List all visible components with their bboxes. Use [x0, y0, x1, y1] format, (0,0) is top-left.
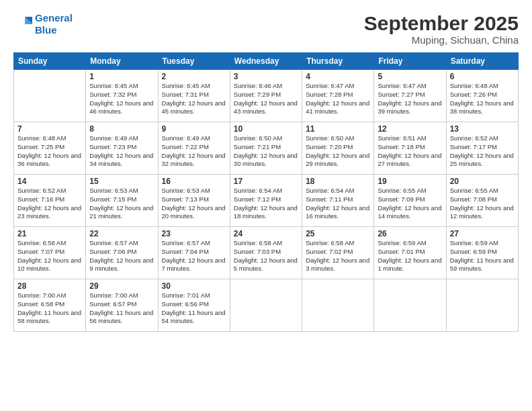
day-info: Sunrise: 6:57 AMSunset: 7:06 PMDaylight:… — [89, 239, 154, 273]
calendar-cell: 30Sunrise: 7:01 AMSunset: 6:56 PMDayligh… — [158, 279, 230, 332]
calendar-cell: 4Sunrise: 6:47 AMSunset: 7:28 PMDaylight… — [302, 70, 374, 122]
calendar-cell: 6Sunrise: 6:48 AMSunset: 7:26 PMDaylight… — [446, 70, 518, 122]
calendar-table: SundayMondayTuesdayWednesdayThursdayFrid… — [13, 52, 519, 332]
header-thursday: Thursday — [302, 53, 374, 70]
calendar-cell: 5Sunrise: 6:47 AMSunset: 7:27 PMDaylight… — [374, 70, 446, 122]
calendar-cell: 14Sunrise: 6:52 AMSunset: 7:16 PMDayligh… — [14, 175, 86, 227]
day-number: 16 — [162, 177, 226, 186]
day-info: Sunrise: 6:48 AMSunset: 7:25 PMDaylight:… — [17, 134, 82, 169]
day-number: 30 — [162, 281, 226, 291]
calendar-cell: 27Sunrise: 6:59 AMSunset: 6:59 PMDayligh… — [446, 227, 518, 279]
day-info: Sunrise: 6:54 AMSunset: 7:11 PMDaylight:… — [306, 187, 370, 221]
calendar-cell — [446, 279, 518, 332]
day-info: Sunrise: 6:59 AMSunset: 7:01 PMDaylight:… — [378, 239, 442, 273]
calendar-cell: 24Sunrise: 6:58 AMSunset: 7:03 PMDayligh… — [230, 227, 302, 279]
day-info: Sunrise: 6:54 AMSunset: 7:12 PMDaylight:… — [234, 187, 298, 221]
calendar-cell: 23Sunrise: 6:57 AMSunset: 7:04 PMDayligh… — [158, 227, 230, 279]
day-number: 6 — [450, 72, 515, 81]
calendar-cell — [374, 279, 446, 332]
calendar-cell: 26Sunrise: 6:59 AMSunset: 7:01 PMDayligh… — [374, 227, 446, 279]
day-info: Sunrise: 6:48 AMSunset: 7:26 PMDaylight:… — [450, 82, 515, 116]
calendar-cell — [230, 279, 302, 332]
calendar-cell: 2Sunrise: 6:45 AMSunset: 7:31 PMDaylight… — [158, 70, 230, 122]
logo: General Blue — [13, 12, 73, 36]
day-info: Sunrise: 6:59 AMSunset: 6:59 PMDaylight:… — [450, 239, 515, 273]
week-row-4: 21Sunrise: 6:56 AMSunset: 7:07 PMDayligh… — [14, 227, 519, 279]
day-info: Sunrise: 6:50 AMSunset: 7:20 PMDaylight:… — [306, 134, 370, 169]
day-info: Sunrise: 6:51 AMSunset: 7:18 PMDaylight:… — [378, 134, 442, 169]
page: General Blue September 2025 Muping, Sich… — [0, 0, 532, 411]
calendar-header-row: SundayMondayTuesdayWednesdayThursdayFrid… — [14, 53, 519, 70]
day-number: 20 — [450, 177, 515, 186]
calendar-cell: 7Sunrise: 6:48 AMSunset: 7:25 PMDaylight… — [14, 122, 86, 175]
day-info: Sunrise: 6:52 AMSunset: 7:16 PMDaylight:… — [17, 187, 82, 221]
day-info: Sunrise: 6:47 AMSunset: 7:28 PMDaylight:… — [306, 82, 370, 116]
calendar-cell: 21Sunrise: 6:56 AMSunset: 7:07 PMDayligh… — [14, 227, 86, 279]
day-number: 3 — [234, 72, 298, 81]
logo-text: General Blue — [35, 12, 73, 36]
day-number: 25 — [306, 229, 370, 238]
day-number: 5 — [378, 72, 442, 81]
day-number: 13 — [450, 124, 515, 134]
day-info: Sunrise: 6:45 AMSunset: 7:32 PMDaylight:… — [89, 82, 154, 116]
calendar-cell: 12Sunrise: 6:51 AMSunset: 7:18 PMDayligh… — [374, 122, 446, 175]
day-info: Sunrise: 6:55 AMSunset: 7:09 PMDaylight:… — [378, 187, 442, 221]
day-info: Sunrise: 6:58 AMSunset: 7:03 PMDaylight:… — [234, 239, 298, 273]
week-row-5: 28Sunrise: 7:00 AMSunset: 6:58 PMDayligh… — [14, 279, 519, 332]
calendar-cell: 18Sunrise: 6:54 AMSunset: 7:11 PMDayligh… — [302, 175, 374, 227]
header-monday: Monday — [86, 53, 158, 70]
day-info: Sunrise: 6:49 AMSunset: 7:22 PMDaylight:… — [162, 134, 226, 169]
day-number: 22 — [89, 229, 154, 238]
title-block: September 2025 Muping, Sichuan, China — [364, 12, 519, 46]
header-wednesday: Wednesday — [230, 53, 302, 70]
calendar-cell: 29Sunrise: 7:00 AMSunset: 6:57 PMDayligh… — [86, 279, 158, 332]
day-number: 26 — [378, 229, 442, 238]
calendar-cell: 25Sunrise: 6:58 AMSunset: 7:02 PMDayligh… — [302, 227, 374, 279]
day-number: 21 — [17, 229, 82, 238]
day-number: 18 — [306, 177, 370, 186]
day-info: Sunrise: 7:00 AMSunset: 6:57 PMDaylight:… — [89, 291, 154, 326]
logo-icon — [13, 15, 32, 34]
day-number: 17 — [234, 177, 298, 186]
day-info: Sunrise: 6:57 AMSunset: 7:04 PMDaylight:… — [162, 239, 226, 273]
day-number: 24 — [234, 229, 298, 238]
month-title: September 2025 — [364, 12, 519, 34]
day-info: Sunrise: 6:47 AMSunset: 7:27 PMDaylight:… — [378, 82, 442, 116]
header-saturday: Saturday — [446, 53, 518, 70]
day-number: 11 — [306, 124, 370, 134]
day-number: 1 — [89, 72, 154, 81]
week-row-1: 1Sunrise: 6:45 AMSunset: 7:32 PMDaylight… — [14, 70, 519, 122]
calendar-cell: 28Sunrise: 7:00 AMSunset: 6:58 PMDayligh… — [14, 279, 86, 332]
subtitle: Muping, Sichuan, China — [364, 34, 519, 46]
day-number: 19 — [378, 177, 442, 186]
calendar-cell: 9Sunrise: 6:49 AMSunset: 7:22 PMDaylight… — [158, 122, 230, 175]
header-tuesday: Tuesday — [158, 53, 230, 70]
calendar-cell: 16Sunrise: 6:53 AMSunset: 7:13 PMDayligh… — [158, 175, 230, 227]
day-info: Sunrise: 7:01 AMSunset: 6:56 PMDaylight:… — [162, 291, 226, 326]
calendar-cell: 13Sunrise: 6:52 AMSunset: 7:17 PMDayligh… — [446, 122, 518, 175]
logo-line2: Blue — [35, 24, 57, 36]
day-number: 15 — [89, 177, 154, 186]
calendar-cell: 15Sunrise: 6:53 AMSunset: 7:15 PMDayligh… — [86, 175, 158, 227]
day-number: 7 — [17, 124, 82, 134]
day-number: 14 — [17, 177, 82, 186]
day-number: 9 — [162, 124, 226, 134]
day-number: 4 — [306, 72, 370, 81]
day-number: 10 — [234, 124, 298, 134]
day-info: Sunrise: 6:49 AMSunset: 7:23 PMDaylight:… — [89, 134, 154, 169]
calendar-cell: 11Sunrise: 6:50 AMSunset: 7:20 PMDayligh… — [302, 122, 374, 175]
day-info: Sunrise: 6:58 AMSunset: 7:02 PMDaylight:… — [306, 239, 370, 273]
calendar-cell: 3Sunrise: 6:46 AMSunset: 7:29 PMDaylight… — [230, 70, 302, 122]
logo-line1: General — [35, 12, 73, 24]
day-number: 12 — [378, 124, 442, 134]
calendar-cell: 8Sunrise: 6:49 AMSunset: 7:23 PMDaylight… — [86, 122, 158, 175]
day-number: 23 — [162, 229, 226, 238]
day-info: Sunrise: 6:53 AMSunset: 7:13 PMDaylight:… — [162, 187, 226, 221]
day-info: Sunrise: 7:00 AMSunset: 6:58 PMDaylight:… — [17, 291, 82, 326]
day-info: Sunrise: 6:46 AMSunset: 7:29 PMDaylight:… — [234, 82, 298, 116]
day-number: 28 — [17, 281, 82, 291]
day-info: Sunrise: 6:50 AMSunset: 7:21 PMDaylight:… — [234, 134, 298, 169]
calendar-cell — [14, 70, 86, 122]
day-info: Sunrise: 6:53 AMSunset: 7:15 PMDaylight:… — [89, 187, 154, 221]
week-row-2: 7Sunrise: 6:48 AMSunset: 7:25 PMDaylight… — [14, 122, 519, 175]
